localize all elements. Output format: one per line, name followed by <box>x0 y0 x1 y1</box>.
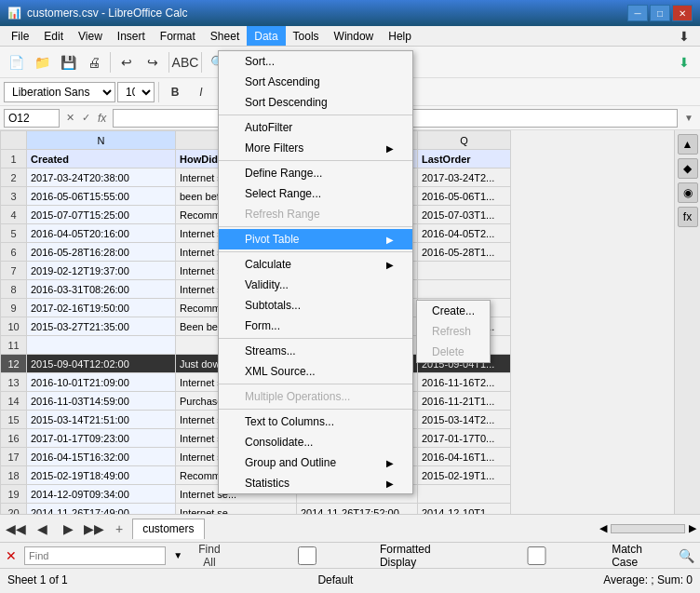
print-button[interactable]: 🖨 <box>82 50 106 74</box>
cell-q-12[interactable]: 2015-09-04T1... <box>418 355 511 373</box>
data-menu-pivot-table[interactable]: Pivot Table ▶ <box>219 229 412 249</box>
menu-help[interactable]: Help <box>381 26 419 46</box>
data-menu-calculate[interactable]: Calculate ▶ <box>219 254 412 275</box>
fx-accept[interactable]: ✓ <box>79 112 93 124</box>
font-size-combo[interactable]: 10 <box>117 82 155 102</box>
cell-n-12[interactable]: 2015-09-04T12:02:00 <box>27 355 176 373</box>
cell-n-4[interactable]: 2015-07-07T15:25:00 <box>27 206 176 224</box>
cell-q-11[interactable] <box>418 336 511 355</box>
find-close-icon[interactable]: ✕ <box>6 548 17 563</box>
maximize-button[interactable]: □ <box>650 5 670 21</box>
cell-q-6[interactable]: 2016-05-28T1... <box>418 243 511 262</box>
cell-n-3[interactable]: 2016-05-06T15:55:00 <box>27 187 176 206</box>
cell-q-16[interactable]: 2017-01-17T0... <box>418 429 511 448</box>
hscroll-bar[interactable] <box>611 524 685 533</box>
spell-check-btn[interactable]: ABC <box>173 50 197 74</box>
menu-format[interactable]: Format <box>153 26 203 46</box>
menu-sheet[interactable]: Sheet <box>203 26 247 46</box>
minimize-button[interactable]: ─ <box>627 5 648 21</box>
col-header-n[interactable]: N <box>27 131 176 150</box>
cell-q-15[interactable]: 2015-03-14T2... <box>418 411 511 429</box>
new-button[interactable]: 📄 <box>4 50 28 74</box>
cell-n-2[interactable]: 2017-03-24T20:38:00 <box>27 168 176 187</box>
data-menu-sort[interactable]: Sort... <box>219 51 412 72</box>
cell-n-7[interactable]: 2019-02-12T19:37:00 <box>27 262 176 280</box>
bold-btn[interactable]: B <box>163 80 187 104</box>
cell-n-9[interactable]: 2017-02-16T19:50:00 <box>27 299 176 317</box>
cell-n-19[interactable]: 2014-12-09T09:34:00 <box>27 485 176 504</box>
close-button[interactable]: ✕ <box>672 5 693 21</box>
data-menu-group-outline[interactable]: Group and Outline ▶ <box>219 452 412 473</box>
cell-n-17[interactable]: 2016-04-15T16:32:00 <box>27 448 176 466</box>
sidebar-icon-4[interactable]: fx <box>678 207 698 227</box>
cell-n-1[interactable]: Created <box>27 150 176 168</box>
cell-n-8[interactable]: 2016-03-31T08:26:00 <box>27 280 176 299</box>
data-menu-subtotals[interactable]: Subtotals... <box>219 295 412 316</box>
font-name-combo[interactable]: Liberation Sans <box>4 82 115 102</box>
sidebar-icon-1[interactable]: ▲ <box>678 134 698 155</box>
menu-insert[interactable]: Insert <box>110 26 153 46</box>
data-menu-xml-source[interactable]: XML Source... <box>219 361 412 382</box>
find-all-button[interactable]: Find All <box>190 541 228 571</box>
cell-q-20[interactable]: 2014-12-10T1... <box>418 504 511 515</box>
cell-o-20[interactable]: Internet se... <box>176 504 297 515</box>
cell-n-16[interactable]: 2017-01-17T09:23:00 <box>27 429 176 448</box>
toolbar-extra-btn[interactable]: ⬇ <box>672 24 696 48</box>
sidebar-icon-2[interactable]: ◆ <box>678 158 698 179</box>
italic-btn[interactable]: I <box>189 80 213 104</box>
sidebar-icon-3[interactable]: ◉ <box>678 182 698 203</box>
fx-cancel[interactable]: ✕ <box>63 112 77 124</box>
cell-q-17[interactable]: 2016-04-16T1... <box>418 448 511 466</box>
match-case-check[interactable] <box>464 546 610 565</box>
cell-n-10[interactable]: 2015-03-27T21:35:00 <box>27 317 176 336</box>
cell-q-7[interactable] <box>418 262 511 280</box>
menu-file[interactable]: File <box>4 26 36 46</box>
find-icon[interactable]: 🔍 <box>679 548 694 563</box>
data-menu-sort-desc[interactable]: Sort Descending <box>219 92 412 113</box>
prev-btn[interactable]: ◀ <box>30 517 54 541</box>
cell-n-11[interactable] <box>27 336 176 355</box>
next-btn[interactable]: ▶ <box>56 517 80 541</box>
cell-q-5[interactable]: 2016-04-05T2... <box>418 224 511 243</box>
fx-function[interactable]: fx <box>95 112 109 125</box>
prev-sheet-btn[interactable]: ◀◀ <box>4 517 28 541</box>
cell-q-9[interactable] <box>418 299 511 317</box>
col-header-q[interactable]: Q <box>418 131 511 150</box>
data-menu-statistics[interactable]: Statistics ▶ <box>219 473 412 493</box>
find-input[interactable] <box>24 546 166 565</box>
cell-q-13[interactable]: 2016-11-16T2... <box>418 373 511 392</box>
save-button[interactable]: 💾 <box>56 50 80 74</box>
sheet-tab-customers[interactable]: customers <box>132 519 204 539</box>
data-menu-autofilter[interactable]: AutoFilter <box>219 117 412 138</box>
cell-q-1[interactable]: LastOrder <box>418 150 511 168</box>
undo-button[interactable]: ↩ <box>114 50 139 74</box>
add-sheet-btn[interactable]: + <box>110 521 128 536</box>
open-button[interactable]: 📁 <box>30 50 54 74</box>
cell-q-3[interactable]: 2016-05-06T1... <box>418 187 511 206</box>
find-dropdown-btn[interactable]: ▼ <box>173 550 182 560</box>
cell-n-13[interactable]: 2016-10-01T21:09:00 <box>27 373 176 392</box>
data-menu-select-range[interactable]: Select Range... <box>219 183 412 204</box>
redo-button[interactable]: ↪ <box>141 50 165 74</box>
next-sheet-btn[interactable]: ▶▶ <box>82 517 106 541</box>
cell-q-2[interactable]: 2017-03-24T2... <box>418 168 511 187</box>
cell-q-10[interactable]: 2015-03-27T2... <box>418 317 511 336</box>
cell-p-20[interactable]: 2014-11-26T17:52:00 <box>297 504 418 515</box>
menu-tools[interactable]: Tools <box>286 26 327 46</box>
menu-data[interactable]: Data <box>247 26 285 46</box>
cell-q-8[interactable] <box>418 280 511 299</box>
data-menu-form[interactable]: Form... <box>219 316 412 336</box>
menu-window[interactable]: Window <box>327 26 382 46</box>
cell-q-14[interactable]: 2016-11-21T1... <box>418 392 511 411</box>
download-btn[interactable]: ⬇ <box>672 50 696 74</box>
formula-dropdown[interactable]: ▼ <box>681 113 696 123</box>
cell-n-6[interactable]: 2016-05-28T16:28:00 <box>27 243 176 262</box>
data-menu-consolidate[interactable]: Consolidate... <box>219 432 412 452</box>
cell-n-15[interactable]: 2015-03-14T21:51:00 <box>27 411 176 429</box>
data-menu-define-range[interactable]: Define Range... <box>219 163 412 183</box>
data-menu-validity[interactable]: Validity... <box>219 275 412 295</box>
cell-n-18[interactable]: 2015-02-19T18:49:00 <box>27 466 176 485</box>
cell-n-14[interactable]: 2016-11-03T14:59:00 <box>27 392 176 411</box>
data-menu-text-to-col[interactable]: Text to Columns... <box>219 411 412 432</box>
cell-q-4[interactable]: 2015-07-03T1... <box>418 206 511 224</box>
